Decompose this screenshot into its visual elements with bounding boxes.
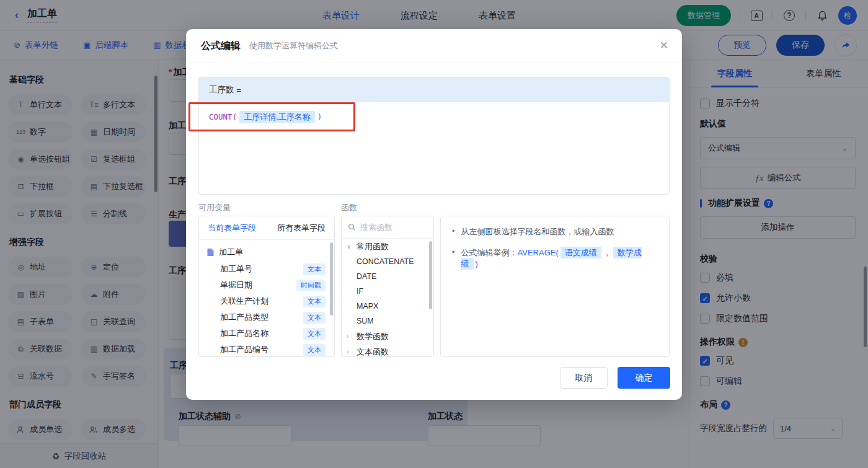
variable-item[interactable]: 加工单号文本 — [199, 261, 334, 277]
search-placeholder: 搜索函数 — [360, 222, 392, 233]
variable-item[interactable]: 加工产品类型文本 — [199, 309, 334, 325]
confirm-button[interactable]: 确定 — [618, 367, 670, 389]
function-item[interactable]: DATE — [342, 269, 433, 284]
variables-label: 可用变量 — [198, 202, 231, 213]
caret-down-icon: ∨ — [347, 243, 353, 250]
function-group-text[interactable]: ›文本函数 — [342, 344, 433, 357]
function-item[interactable]: IF — [342, 284, 433, 299]
variables-panel: 当前表单字段 所有表单字段 加工单 加工单号文本 单据日期时间戳 关联生产计划文… — [198, 216, 335, 357]
variable-group-row[interactable]: 加工单 — [199, 244, 334, 261]
functions-label: 函数 — [341, 202, 357, 213]
functions-scrollbar[interactable] — [429, 241, 432, 309]
modal-subtitle: 使用数学运算符编辑公式 — [249, 40, 338, 51]
modal-title: 公式编辑 — [201, 40, 241, 53]
formula-expression[interactable]: COUNT(工序详情.工序名称) — [199, 102, 669, 132]
type-badge: 文本 — [303, 344, 326, 356]
function-item[interactable]: SUM — [342, 314, 433, 329]
field-reference-chip[interactable]: 工序详情.工序名称 — [239, 111, 315, 123]
functions-panel: 搜索函数 ∨常用函数 CONCATENATE DATE IF MAPX SUM … — [341, 216, 434, 357]
formula-editor-modal: 公式编辑 使用数学运算符编辑公式 ✕ 工序数 = COUNT(工序详情.工序名称… — [186, 29, 682, 400]
variable-item[interactable]: 加工产品编号文本 — [199, 342, 334, 357]
type-badge: 文本 — [303, 296, 326, 307]
function-group-math[interactable]: ›数学函数 — [342, 329, 433, 344]
caret-right-icon: › — [347, 348, 353, 355]
tip-example-line: •公式编辑举例：AVERAGE(语文成绩，数学成绩) — [452, 247, 658, 270]
form-doc-icon — [206, 248, 215, 257]
caret-right-icon: › — [347, 333, 353, 340]
type-badge: 文本 — [303, 312, 326, 324]
function-group-common[interactable]: ∨常用函数 — [342, 239, 433, 254]
variable-item[interactable]: 单据日期时间戳 — [199, 277, 334, 293]
type-badge: 文本 — [303, 263, 326, 275]
formula-editor-area[interactable]: 工序数 = COUNT(工序详情.工序名称) — [198, 77, 670, 195]
type-badge: 时间戳 — [296, 280, 326, 291]
function-item[interactable]: MAPX — [342, 299, 433, 314]
tip-line: •从左侧面板选择字段名和函数，或输入函数 — [452, 226, 658, 237]
example-chip: 语文成绩 — [560, 247, 601, 258]
close-icon[interactable]: ✕ — [660, 39, 668, 52]
tab-current-form-fields[interactable]: 当前表单字段 — [208, 223, 256, 234]
function-search-input[interactable]: 搜索函数 — [342, 216, 433, 239]
form-designer-app: ‹ 加工单 表单设计 流程设定 表单设置 数据管理 A ? 检 ⊘表单外链 ▣后… — [0, 0, 868, 468]
tab-all-form-fields[interactable]: 所有表单字段 — [277, 223, 326, 234]
formula-target-bar: 工序数 = — [199, 77, 669, 102]
variable-item[interactable]: 加工产品名称文本 — [199, 325, 334, 342]
variables-scrollbar[interactable] — [330, 242, 333, 316]
type-badge: 文本 — [303, 328, 326, 340]
function-item[interactable]: CONCATENATE — [342, 254, 433, 269]
cancel-button[interactable]: 取消 — [560, 367, 608, 389]
tips-panel: •从左侧面板选择字段名和函数，或输入函数 •公式编辑举例：AVERAGE(语文成… — [440, 216, 670, 357]
formula-function-name: COUNT — [209, 112, 232, 121]
variable-item[interactable]: 关联生产计划文本 — [199, 293, 334, 309]
search-icon — [348, 223, 356, 231]
